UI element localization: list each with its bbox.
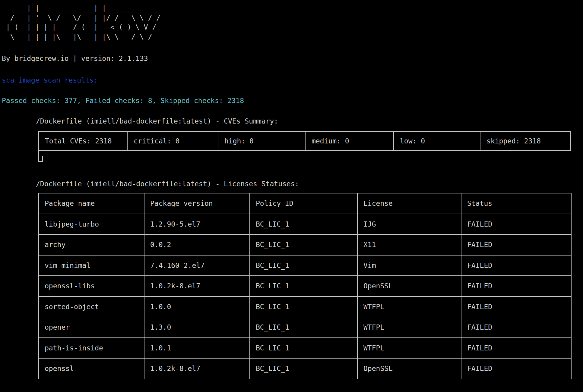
cve-summary-table: Total CVEs: 2318 critical: 0 high: 0 med… bbox=[38, 131, 571, 151]
scan-results-heading: sca_image scan results: bbox=[2, 76, 98, 85]
col-header-license: License bbox=[357, 193, 461, 214]
table-row: path-is-inside 1.0.1 BC_LIC_1 WTFPL FAIL… bbox=[39, 338, 571, 359]
checkov-ascii-logo: _ _ ___| |__ ___ ___| | _______ __ / __|… bbox=[2, 0, 160, 42]
cell-package-version: 7.4.160-2.el7 bbox=[144, 255, 250, 276]
cell-package-version: 1.0.0 bbox=[144, 296, 250, 317]
table-row: openssl 1.0.2k-8.el7 BC_LIC_1 OpenSSL FA… bbox=[39, 358, 571, 379]
cell-license: WTFPL bbox=[357, 317, 461, 338]
col-header-status: Status bbox=[461, 193, 571, 214]
cell-package-version: 1.0.1 bbox=[144, 338, 250, 359]
cell-package-name: openssl-libs bbox=[39, 276, 144, 296]
cell-policy-id: BC_LIC_1 bbox=[250, 214, 357, 235]
cell-package-name: sorted-object bbox=[39, 296, 144, 317]
table-row: sorted-object 1.0.0 BC_LIC_1 WTFPL FAILE… bbox=[39, 296, 571, 317]
cell-package-version: 1.3.0 bbox=[144, 317, 250, 338]
col-header-package-version: Package version bbox=[144, 193, 250, 214]
cve-cell-medium: medium: 0 bbox=[305, 132, 393, 150]
cve-cell-skipped: skipped: 2318 bbox=[480, 132, 570, 150]
cell-policy-id: BC_LIC_1 bbox=[250, 255, 357, 276]
col-header-package-name: Package name bbox=[39, 193, 144, 214]
checks-summary-line: Passed checks: 377, Failed checks: 8, Sk… bbox=[2, 96, 244, 105]
cell-package-version: 1.0.2k-8.el7 bbox=[144, 358, 250, 379]
cell-license: IJG bbox=[357, 214, 461, 235]
table-row: vim-minimal 7.4.160-2.el7 BC_LIC_1 Vim F… bbox=[39, 255, 571, 276]
cve-summary-title: /Dockerfile (imiell/bad-dockerfile:lates… bbox=[36, 117, 278, 126]
cell-package-name: opener bbox=[39, 317, 144, 338]
version-byline: By bridgecrew.io | version: 2.1.133 bbox=[2, 54, 148, 63]
cell-status: FAILED bbox=[461, 214, 571, 235]
cell-status: FAILED bbox=[461, 296, 571, 317]
cell-status: FAILED bbox=[461, 276, 571, 296]
cell-license: OpenSSL bbox=[357, 276, 461, 296]
cve-cell-low: low: 0 bbox=[393, 132, 480, 150]
cell-policy-id: BC_LIC_1 bbox=[250, 276, 357, 296]
licenses-statuses-title: /Dockerfile (imiell/bad-dockerfile:lates… bbox=[36, 179, 299, 189]
table-border-artifact-right-leg bbox=[42, 156, 43, 162]
cell-status: FAILED bbox=[461, 317, 571, 338]
cell-policy-id: BC_LIC_1 bbox=[250, 358, 357, 379]
cell-license: Vim bbox=[357, 255, 461, 276]
cell-policy-id: BC_LIC_1 bbox=[250, 296, 357, 317]
table-row: openssl-libs 1.0.2k-8.el7 BC_LIC_1 OpenS… bbox=[39, 276, 571, 296]
col-header-policy-id: Policy ID bbox=[250, 193, 357, 214]
cell-license: OpenSSL bbox=[357, 358, 461, 379]
cell-package-version: 0.0.2 bbox=[144, 234, 250, 255]
cell-policy-id: BC_LIC_1 bbox=[250, 317, 357, 338]
licenses-table: Package name Package version Policy ID L… bbox=[38, 193, 572, 379]
table-row: opener 1.3.0 BC_LIC_1 WTFPL FAILED bbox=[39, 317, 571, 338]
cell-package-version: 1.0.2k-8.el7 bbox=[144, 276, 250, 296]
cell-package-name: path-is-inside bbox=[39, 338, 144, 359]
table-row: libjpeg-turbo 1.2.90-5.el7 BC_LIC_1 IJG … bbox=[39, 214, 571, 235]
cell-package-name: openssl bbox=[39, 358, 144, 379]
table-row: archy 0.0.2 BC_LIC_1 X11 FAILED bbox=[39, 234, 571, 255]
table-border-artifact-right-tick bbox=[567, 151, 567, 156]
cell-package-version: 1.2.90-5.el7 bbox=[144, 214, 250, 235]
cell-package-name: vim-minimal bbox=[39, 255, 144, 276]
cve-cell-high: high: 0 bbox=[218, 132, 305, 150]
cell-status: FAILED bbox=[461, 338, 571, 359]
cell-policy-id: BC_LIC_1 bbox=[250, 234, 357, 255]
cell-license: X11 bbox=[357, 234, 461, 255]
cell-status: FAILED bbox=[461, 255, 571, 276]
terminal-screen: _ _ ___| |__ ___ ___| | _______ __ / __|… bbox=[0, 0, 583, 392]
cell-package-name: archy bbox=[39, 234, 144, 255]
cell-status: FAILED bbox=[461, 234, 571, 255]
licenses-header-row: Package name Package version Policy ID L… bbox=[39, 193, 571, 214]
cell-license: WTFPL bbox=[357, 296, 461, 317]
cell-license: WTFPL bbox=[357, 338, 461, 359]
cve-cell-critical: critical: 0 bbox=[127, 132, 218, 150]
cell-status: FAILED bbox=[461, 358, 571, 379]
cell-policy-id: BC_LIC_1 bbox=[250, 338, 357, 359]
table-border-artifact-left-leg bbox=[38, 151, 39, 162]
cve-cell-total: Total CVEs: 2318 bbox=[39, 132, 127, 150]
cell-package-name: libjpeg-turbo bbox=[39, 214, 144, 235]
